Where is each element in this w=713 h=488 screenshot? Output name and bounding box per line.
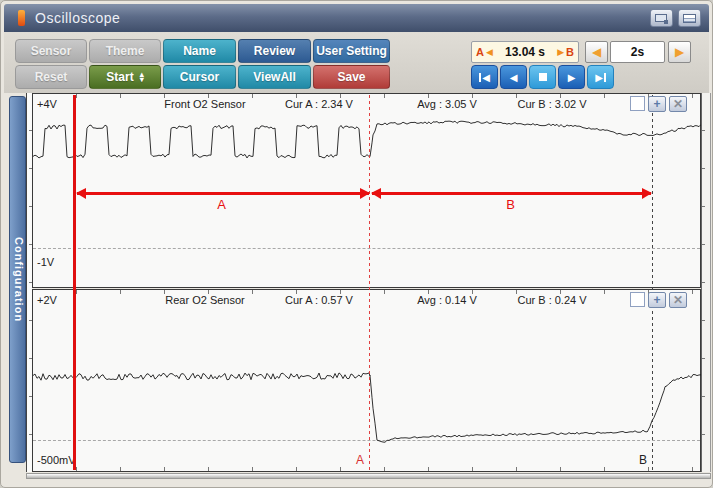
region-a-arrow <box>77 192 369 195</box>
cursor-a-line[interactable] <box>369 95 370 470</box>
start-button[interactable]: Start▴▾ <box>89 65 161 89</box>
right-axis-ticks <box>701 93 711 472</box>
ab-time-display[interactable]: A ◀ 13.04 s ▶ B <box>471 41 579 63</box>
bar-glyph <box>604 73 606 82</box>
app-icon <box>18 10 25 26</box>
layout-glyph <box>683 14 696 23</box>
save-button[interactable]: Save <box>313 65 390 89</box>
review-button[interactable]: Review <box>238 39 311 63</box>
cursor-button[interactable]: Cursor <box>163 65 236 89</box>
playback-controls: ◀ ◀ ▶ ▶ <box>471 65 614 89</box>
timebase-next-button[interactable]: ▶ <box>668 41 691 63</box>
viewall-button[interactable]: ViewAll <box>238 65 311 89</box>
window-title: Oscilloscope <box>35 10 120 26</box>
titlebar-buttons <box>650 9 701 27</box>
scope-panel-rear-o2: +2V Rear O2 Sensor Cur A : 0.57 V Avg : … <box>32 289 701 472</box>
zoom-in-icon[interactable]: + <box>648 292 666 308</box>
bar-glyph <box>479 73 481 82</box>
close-icon[interactable]: ✕ <box>669 96 687 112</box>
zoom-in-icon[interactable]: + <box>648 96 666 112</box>
cursor-a-marker: A <box>356 453 364 467</box>
channel-checkbox[interactable] <box>630 96 645 111</box>
play-back-button[interactable]: ◀ <box>500 65 527 89</box>
stop-button[interactable] <box>529 65 556 89</box>
title-bar: Oscilloscope <box>4 4 709 32</box>
stop-glyph <box>539 73 547 81</box>
screen-glyph <box>655 14 667 22</box>
panel-controls: + ✕ <box>630 292 687 308</box>
waveform-rear-o2 <box>33 290 702 473</box>
region-a-label: A <box>74 197 369 212</box>
reset-button[interactable]: Reset <box>15 65 87 89</box>
cursor-b-marker: B <box>639 453 647 467</box>
configuration-tab[interactable]: Configuration <box>9 96 26 463</box>
tick-pattern <box>702 93 705 472</box>
trigger-cursor-line[interactable] <box>73 95 76 470</box>
sensor-button[interactable]: Sensor <box>15 39 87 63</box>
panel-controls: + ✕ <box>630 96 687 112</box>
toolbar: Sensor Theme Name Review User Setting Re… <box>4 32 709 93</box>
cursor-a-label: A <box>476 46 484 58</box>
play-button[interactable]: ▶ <box>558 65 585 89</box>
region-b-arrow <box>372 192 651 195</box>
name-button[interactable]: Name <box>163 39 236 63</box>
start-label: Start <box>106 70 133 84</box>
skip-start-button[interactable]: ◀ <box>471 65 498 89</box>
horizontal-scrollbar[interactable] <box>26 473 711 479</box>
channel-checkbox[interactable] <box>630 292 645 307</box>
cursor-a-left-icon[interactable]: ◀ <box>486 47 493 57</box>
region-b-label: B <box>369 197 652 212</box>
ab-time-value: 13.04 s <box>495 45 555 59</box>
timebase-prev-button[interactable]: ◀ <box>585 41 608 63</box>
x-axis-ticks-bottom <box>33 467 700 471</box>
window-layout-icon[interactable] <box>678 9 701 27</box>
cursor-b-line[interactable] <box>652 95 653 470</box>
screen-capture-icon[interactable] <box>650 9 673 27</box>
oscilloscope-window: Oscilloscope Sensor Theme Name Review Us… <box>0 0 713 488</box>
scope-area: Configuration +4V Front O2 Sensor Cur A … <box>4 93 711 486</box>
plot-column: +4V Front O2 Sensor Cur A : 2.34 V Avg :… <box>32 93 701 478</box>
updown-icon: ▴▾ <box>140 72 144 82</box>
cursor-b-label: B <box>566 46 574 58</box>
user-setting-button[interactable]: User Setting <box>313 39 390 63</box>
skip-end-button[interactable]: ▶ <box>587 65 614 89</box>
timebase-value[interactable]: 2s <box>610 41 665 63</box>
close-icon[interactable]: ✕ <box>669 292 687 308</box>
cursor-b-right-icon[interactable]: ▶ <box>557 47 564 57</box>
theme-button[interactable]: Theme <box>89 39 161 63</box>
